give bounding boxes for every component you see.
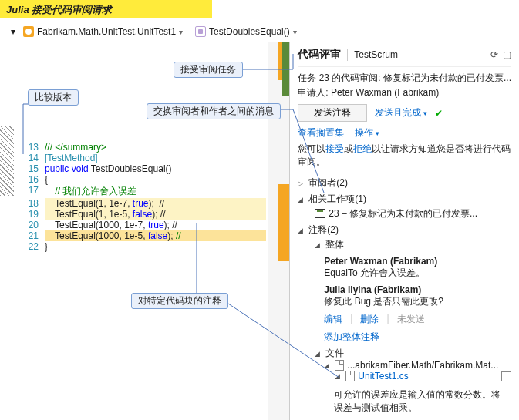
overall-section[interactable]: ◢整体 [315, 238, 511, 251]
tab-bar: ▾ Fabrikam.Math.UnitTest.UnitTest1 ▾ Tes… [0, 23, 519, 40]
csharp-file-icon [23, 26, 34, 37]
workitem-text[interactable]: 23 – 修复标记为未付款的已付发票... [329, 208, 477, 219]
collapse-icon: ◢ [315, 241, 322, 249]
callout-compare: 比较版本 [28, 89, 79, 106]
file-checkbox[interactable] [501, 371, 511, 381]
method-icon [195, 26, 206, 37]
dropdown-icon[interactable]: ▾ [179, 28, 183, 36]
nav-caret-icon[interactable]: ▾ [11, 26, 15, 37]
method-tab[interactable]: TestDoublesEqual() ▾ [190, 25, 302, 39]
old-version-gutter [0, 42, 14, 420]
minimap-range [278, 184, 289, 261]
refresh-icon[interactable]: ⟳ [490, 49, 498, 60]
comment-author: Julia Ilyina (Fabrikam) [324, 284, 421, 295]
reviewers-section[interactable]: ▷审阅者(2) [298, 176, 511, 190]
delete-link[interactable]: 删除 [360, 313, 379, 326]
comment-body: 修复此 Bug 是否只需此更改? [324, 296, 443, 307]
requester-name: Peter Waxman (Fabrikam) [331, 87, 439, 98]
divider [347, 49, 348, 61]
send-comment-button[interactable]: 发送注释 [298, 104, 367, 122]
task-title: 任务 23 的代码审阅: 修复标记为未付款的已付发票... [298, 72, 511, 85]
send-and-complete-link[interactable]: 发送且完成 [375, 106, 427, 119]
method-tab-label: TestDoublesEqual() [209, 26, 290, 37]
file-tab-label: Fabrikam.Math.UnitTest.UnitTest1 [37, 26, 176, 37]
comment-author: Peter Waxman (Fabrikam) [324, 256, 437, 267]
file-tab[interactable]: Fabrikam.Math.UnitTest.UnitTest1 ▾ [19, 25, 187, 39]
file-icon [335, 360, 344, 371]
collapse-icon: ◢ [335, 372, 342, 380]
collapse-icon: ◢ [324, 361, 332, 369]
workitems-section[interactable]: ◢相关工作项(1) [298, 193, 511, 206]
accept-reject-note: 您可以接受或拒绝以让请求方知道您是否将进行代码审阅。 [298, 143, 511, 169]
checkmark-icon: ✔ [435, 108, 443, 119]
callout-exchange: 交换审阅者和作者之间的消息 [147, 103, 281, 119]
add-overall-comment-link[interactable]: 添加整体注释 [315, 331, 511, 344]
workitem-icon [315, 209, 325, 218]
requester-label: 申请人: [298, 87, 331, 98]
collapse-icon: ◢ [298, 227, 305, 234]
page-banner: Julia 接受代码审阅请求 [0, 0, 212, 18]
unsent-label: 未发送 [397, 313, 425, 326]
dropdown-icon[interactable]: ▾ [293, 28, 297, 36]
minimap-accept-range [282, 42, 289, 96]
inline-comment-tip: 可允许的误差应是输入值的常数分数。将误差与测试值相乘。 [329, 385, 511, 418]
collapse-icon: ◢ [315, 350, 322, 358]
hatch-marker [0, 126, 14, 196]
view-shelveset-link[interactable]: 查看搁置集 [298, 126, 344, 139]
comments-section[interactable]: ◢注释(2) [298, 223, 511, 237]
callout-block: 对特定代码块的注释 [131, 293, 228, 309]
panel-title: 代码评审 [298, 48, 341, 62]
files-section[interactable]: ◢文件 [315, 347, 511, 360]
comment-body: EqualTo 允许舍入误差。 [324, 267, 425, 278]
file-path-row[interactable]: ◢...abrikamFiber.Math/Fabrikam.Mat... [315, 360, 511, 371]
file-icon [345, 371, 355, 381]
expand-icon: ▷ [298, 180, 305, 187]
callout-accept: 接受审阅任务 [174, 62, 243, 78]
minimap[interactable] [268, 42, 289, 420]
accept-link[interactable]: 接受 [325, 143, 344, 154]
open-icon[interactable]: ▢ [503, 49, 511, 60]
file-row[interactable]: ◢UnitTest1.cs [315, 371, 511, 381]
review-panel: 代码评审 TestScrum ⟳ ▢ 任务 23 的代码审阅: 修复标记为未付款… [290, 42, 519, 420]
actions-menu[interactable]: 操作 [355, 126, 379, 139]
collapse-icon: ◢ [298, 196, 305, 203]
project-name: TestScrum [354, 49, 398, 60]
reject-link[interactable]: 拒绝 [353, 143, 372, 154]
file-name-link[interactable]: UnitTest1.cs [358, 371, 408, 381]
edit-link[interactable]: 编辑 [324, 313, 342, 326]
